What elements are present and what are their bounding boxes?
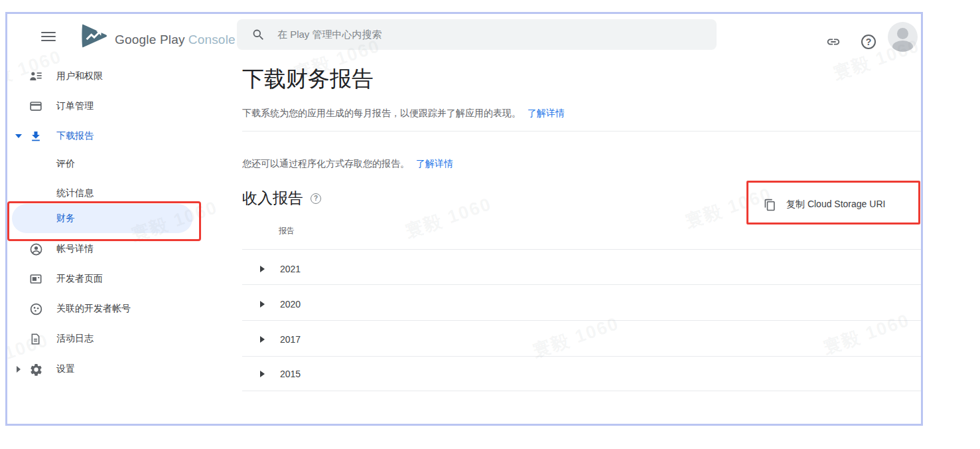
- play-console-logo-icon: [80, 23, 108, 49]
- table-row-2015[interactable]: 2015: [242, 359, 921, 389]
- sidebar-item-order-management[interactable]: 订单管理: [7, 93, 213, 120]
- app-title-product: Google Play: [115, 33, 185, 46]
- sidebar-item-activity-log[interactable]: 活动日志: [7, 325, 213, 352]
- table-row-2020[interactable]: 2020: [242, 289, 921, 319]
- watermark: 寰毅 1060: [682, 182, 775, 234]
- divider: [242, 356, 921, 357]
- avatar-head: [897, 28, 908, 39]
- learn-more-link[interactable]: 了解详情: [527, 108, 565, 118]
- help-glyph: ?: [866, 37, 872, 47]
- divider: [242, 131, 921, 132]
- table-row-2017[interactable]: 2017: [242, 324, 921, 355]
- account-details-icon: [29, 242, 56, 256]
- row-year-label: 2020: [280, 299, 301, 310]
- chevron-right-icon[interactable]: [17, 366, 21, 373]
- download-icon: [29, 130, 56, 143]
- page-title: 下载财务报告: [242, 64, 374, 94]
- sidebar-item-label: 设置: [56, 363, 75, 375]
- table-header-reports: 报告: [279, 225, 295, 236]
- linked-accounts-icon: [29, 302, 56, 316]
- divider: [242, 284, 921, 285]
- sidebar-item-statistics[interactable]: 统计信息: [7, 180, 213, 207]
- chevron-down-icon[interactable]: [15, 134, 22, 138]
- expand-row-icon[interactable]: [260, 266, 265, 272]
- api-learn-more-link[interactable]: 了解详情: [416, 158, 453, 169]
- sidebar-item-label: 下载报告: [56, 130, 94, 142]
- help-glyph: ?: [314, 195, 318, 202]
- page-subtitle: 下载系统为您的应用生成的每月报告，以便跟踪并了解应用的表现。: [242, 108, 521, 118]
- sidebar-item-label: 订单管理: [56, 100, 94, 112]
- gear-icon: [29, 363, 56, 377]
- api-note: 您还可以通过程序化方式存取您的报告。: [242, 158, 409, 169]
- sidebar-item-label: 开发者页面: [56, 273, 103, 285]
- users-permissions-icon: [29, 70, 56, 83]
- link-icon[interactable]: [826, 35, 841, 49]
- sidebar-item-reviews[interactable]: 评价: [7, 151, 213, 177]
- section-help-icon[interactable]: ?: [311, 193, 321, 204]
- sidebar-item-label: 活动日志: [56, 333, 94, 345]
- search-icon: [251, 28, 265, 42]
- copy-button-label: 复制 Cloud Storage URI: [786, 199, 885, 211]
- activity-log-icon: [29, 333, 56, 345]
- copy-cloud-storage-uri-button[interactable]: 复制 Cloud Storage URI: [764, 191, 885, 218]
- orders-icon: [29, 100, 56, 113]
- sidebar-item-label: 关联的开发者帐号: [56, 303, 131, 315]
- help-icon[interactable]: ?: [861, 35, 876, 49]
- app-title-suffix: Console: [188, 33, 236, 46]
- row-year-label: 2015: [280, 369, 301, 379]
- sidebar-item-account-details[interactable]: 帐号详情: [7, 236, 213, 262]
- row-year-label: 2017: [280, 334, 301, 345]
- menu-icon[interactable]: [41, 32, 56, 41]
- divider: [242, 391, 921, 391]
- copy-icon: [764, 199, 776, 211]
- expand-row-icon[interactable]: [260, 371, 265, 377]
- sidebar-item-linked-developer-accounts[interactable]: 关联的开发者帐号: [7, 296, 213, 322]
- page-subtitle-row: 下载系统为您的应用生成的每月报告，以便跟踪并了解应用的表现。了解详情: [242, 108, 565, 120]
- sidebar-item-label: 评价: [56, 158, 75, 170]
- search-placeholder: 在 Play 管理中心内搜索: [277, 29, 382, 41]
- app-title: Google PlayConsole: [115, 33, 236, 47]
- sidebar-item-download-reports[interactable]: 下载报告: [7, 123, 213, 149]
- app-window: Google PlayConsole 在 Play 管理中心内搜索 ? 用户和权…: [5, 12, 923, 426]
- avatar[interactable]: [888, 22, 918, 52]
- divider: [242, 320, 921, 321]
- expand-row-icon[interactable]: [260, 301, 265, 308]
- developer-page-icon: [29, 272, 56, 286]
- section-title-row: 收入报告 ?: [242, 188, 321, 209]
- watermark: 寰毅 1060: [402, 192, 495, 244]
- sidebar-item-settings[interactable]: 设置: [7, 356, 213, 383]
- sidebar-item-developer-page[interactable]: 开发者页面: [7, 266, 213, 292]
- divider: [242, 249, 921, 250]
- sidebar-item-label: 财务: [56, 213, 75, 224]
- sidebar-item-label: 帐号详情: [56, 243, 94, 255]
- api-note-row: 您还可以通过程序化方式存取您的报告。了解详情: [242, 158, 453, 170]
- section-title: 收入报告: [242, 188, 303, 209]
- sidebar-item-finance[interactable]: 财务: [12, 204, 192, 233]
- table-row-2021[interactable]: 2021: [242, 254, 921, 284]
- sidebar-item-label: 用户和权限: [56, 70, 103, 82]
- sidebar-item-label: 统计信息: [56, 187, 94, 199]
- avatar-body: [892, 41, 913, 52]
- search-input[interactable]: 在 Play 管理中心内搜索: [237, 19, 717, 50]
- row-year-label: 2021: [280, 264, 301, 274]
- expand-row-icon[interactable]: [260, 336, 265, 343]
- sidebar-item-users-permissions[interactable]: 用户和权限: [7, 63, 213, 90]
